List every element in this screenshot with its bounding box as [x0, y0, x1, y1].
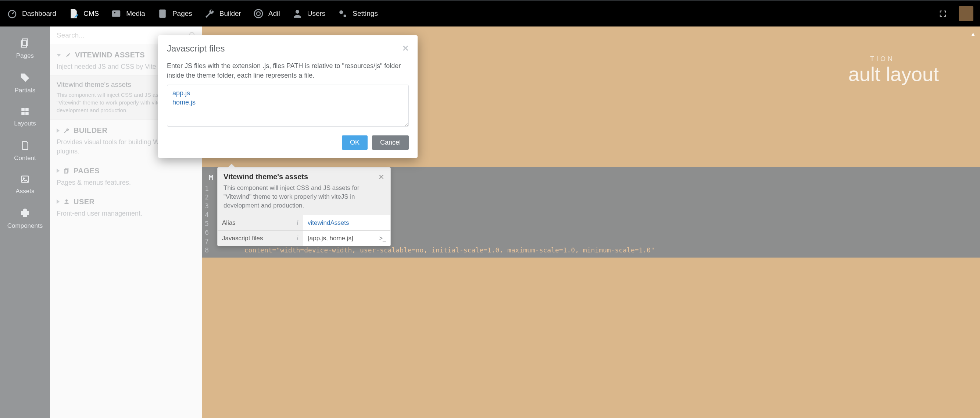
inspector-row-alias: Aliasi vitewindAssets — [218, 215, 390, 230]
rail-assets[interactable]: Assets — [0, 170, 50, 203]
gutter-line: 4 — [202, 211, 212, 219]
row-value: [app.js, home.js] — [308, 235, 353, 242]
nav-media[interactable]: Media — [111, 8, 145, 19]
popover-desc: This component will inject CSS and JS as… — [218, 183, 390, 215]
ok-button[interactable]: OK — [342, 136, 368, 150]
tags-icon — [19, 72, 30, 83]
rail-label: Pages — [16, 52, 34, 60]
rail-components[interactable]: Components — [0, 203, 50, 238]
rail-pages[interactable]: Pages — [0, 33, 50, 68]
svg-point-17 — [24, 209, 26, 211]
cms-side-rail: Pages Partials Layouts Content Assets Co… — [0, 27, 50, 418]
nav-label: Users — [307, 10, 326, 18]
checklist-icon — [157, 8, 168, 19]
modal-title: Javascript files — [167, 43, 224, 54]
nav-label: Settings — [353, 10, 378, 18]
rail-content[interactable]: Content — [0, 136, 50, 170]
group-user[interactable]: USER Front-end user management. — [50, 191, 202, 222]
terminal-expand-icon[interactable]: >_ — [379, 235, 386, 242]
nav-settings[interactable]: Settings — [337, 8, 378, 19]
svg-rect-9 — [23, 39, 28, 46]
svg-point-6 — [296, 10, 299, 14]
user-avatar[interactable] — [959, 6, 974, 21]
chevron-right-icon — [57, 128, 60, 133]
jsfiles-value[interactable]: [app.js, home.js]>_ — [303, 231, 390, 246]
group-title: PAGES — [73, 167, 100, 175]
svg-rect-14 — [25, 112, 29, 115]
svg-rect-10 — [21, 41, 27, 48]
chevron-right-icon — [57, 169, 60, 173]
gutter-line: 2 — [202, 193, 212, 202]
svg-rect-13 — [21, 112, 25, 115]
group-desc: Pages & menus features. — [57, 175, 196, 187]
info-icon[interactable]: i — [297, 219, 299, 227]
group-title: VITEWIND ASSETS — [75, 51, 145, 59]
row-label: Alias — [222, 219, 235, 227]
code-text: content="width=device-width, user-scalab… — [245, 246, 655, 254]
nav-label: Pages — [172, 10, 192, 18]
nav-label: Adil — [268, 10, 280, 18]
banner-title: ault layout — [848, 62, 939, 85]
jsfiles-textarea[interactable] — [167, 85, 409, 126]
svg-point-2 — [115, 12, 116, 14]
fullscreen-toggle-icon[interactable] — [939, 10, 947, 18]
rail-layouts[interactable]: Layouts — [0, 102, 50, 136]
user-icon — [292, 8, 303, 19]
banner-eyebrow: TION — [870, 55, 895, 63]
row-value: vitewindAssets — [308, 219, 349, 227]
wrench-icon — [204, 8, 215, 19]
cancel-button[interactable]: Cancel — [372, 136, 409, 150]
life-ring-icon — [253, 8, 264, 19]
component-inspector-popover: Vitewind theme's assets ✕ This component… — [217, 167, 391, 246]
puzzle-icon — [19, 207, 30, 219]
rail-label: Partials — [15, 87, 36, 94]
info-icon[interactable]: i — [297, 235, 299, 242]
group-title: USER — [73, 198, 95, 206]
inspector-row-jsfiles: Javascript filesi [app.js, home.js]>_ — [218, 230, 390, 246]
close-icon[interactable]: ✕ — [402, 44, 409, 53]
nav-label: CMS — [83, 10, 99, 18]
popover-title: Vitewind theme's assets — [223, 172, 308, 181]
svg-rect-11 — [21, 108, 25, 111]
gutter-line: 3 — [202, 202, 212, 211]
gutter-line: 8 — [202, 246, 212, 255]
copy-icon — [63, 168, 70, 174]
gauge-icon — [6, 8, 18, 19]
gutter-line: 6 — [202, 228, 212, 237]
rail-label: Content — [14, 155, 36, 162]
group-pages[interactable]: PAGES Pages & menus features. — [50, 160, 202, 191]
copy-icon — [19, 38, 30, 49]
rail-label: Assets — [16, 188, 34, 195]
image-icon — [111, 8, 122, 19]
svg-point-8 — [344, 15, 347, 18]
nav-cms[interactable]: CMS — [68, 8, 99, 19]
rail-label: Layouts — [14, 120, 36, 127]
svg-point-5 — [256, 12, 260, 16]
svg-point-16 — [23, 178, 24, 179]
top-navbar: Dashboard CMS Media Pages Builder Adil U… — [0, 0, 980, 27]
nav-pages[interactable]: Pages — [157, 8, 192, 19]
svg-point-7 — [340, 10, 343, 14]
rail-partials[interactable]: Partials — [0, 68, 50, 102]
close-icon[interactable]: ✕ — [378, 172, 385, 182]
rail-label: Components — [7, 222, 43, 230]
nav-label: Builder — [220, 10, 241, 18]
nav-users[interactable]: Users — [292, 8, 326, 19]
svg-point-4 — [255, 10, 263, 18]
svg-point-21 — [65, 199, 68, 202]
gutter-line: 7 — [202, 237, 212, 246]
svg-rect-1 — [112, 10, 121, 17]
alias-value[interactable]: vitewindAssets — [303, 215, 390, 230]
gutter-line: 5 — [202, 219, 212, 228]
modal-desc: Enter JS files with the extension .js, f… — [158, 56, 418, 85]
svg-rect-3 — [159, 10, 166, 18]
nav-label: Dashboard — [22, 10, 56, 18]
row-label: Javascript files — [222, 235, 263, 242]
grid-icon — [20, 107, 30, 116]
nav-label: Media — [126, 10, 145, 18]
collapse-icon[interactable]: ▲ — [970, 31, 975, 37]
svg-rect-20 — [64, 169, 67, 173]
nav-builder[interactable]: Builder — [204, 8, 241, 19]
nav-adil[interactable]: Adil — [253, 8, 280, 19]
nav-dashboard[interactable]: Dashboard — [6, 8, 56, 19]
